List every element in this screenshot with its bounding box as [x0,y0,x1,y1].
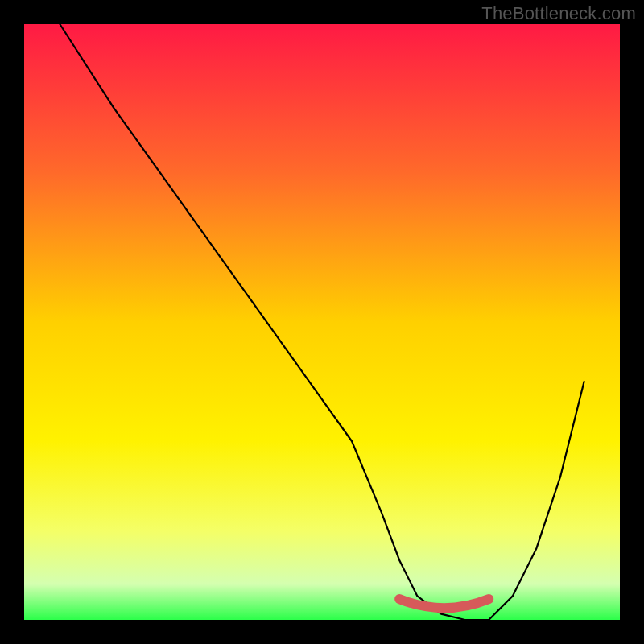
bottleneck-chart [0,0,644,644]
chart-container: TheBottleneck.com [0,0,644,644]
plot-background [24,24,620,620]
watermark-text: TheBottleneck.com [481,3,636,24]
